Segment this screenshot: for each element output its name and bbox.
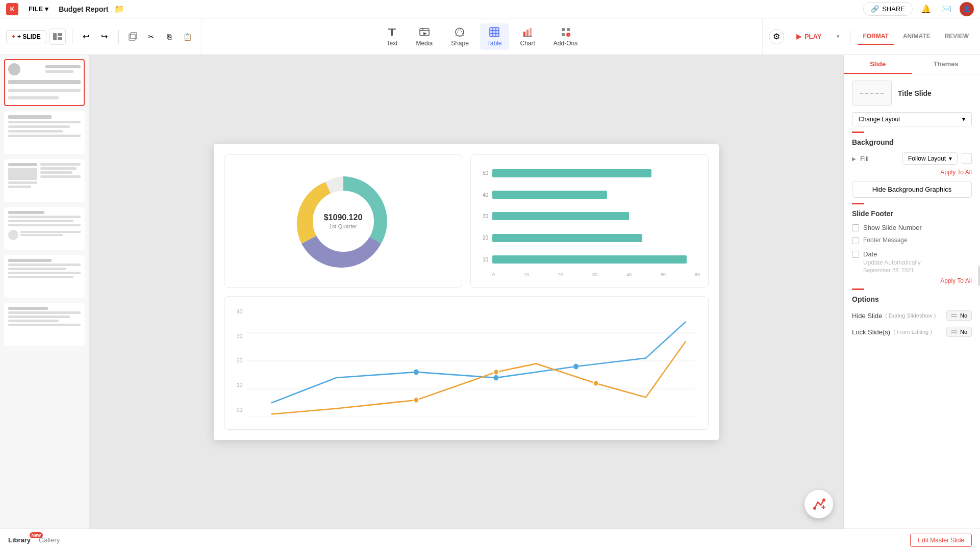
show-slide-number-row: Show Slide Number — [844, 222, 980, 233]
fill-dropdown[interactable]: Follow Layout ▾ — [902, 152, 958, 165]
hide-slide-label: Hide Slide — [852, 312, 882, 320]
svg-rect-23 — [562, 28, 565, 31]
lock-slide-value: No — [960, 329, 967, 335]
ai-icon — [811, 496, 827, 512]
footer-message-checkbox[interactable] — [852, 237, 859, 244]
library-label: Library — [8, 536, 31, 544]
play-chevron[interactable]: ▾ — [834, 33, 843, 40]
hide-slide-toggle[interactable]: No — [946, 310, 972, 321]
y-label-20: 20 — [237, 358, 242, 363]
settings-button[interactable]: ⚙ — [769, 29, 784, 44]
svg-rect-2 — [58, 37, 62, 40]
donut-quarter: 1st Quarter — [324, 223, 363, 229]
svg-rect-0 — [53, 33, 57, 40]
apply-all-link-top[interactable]: Apply To All — [844, 169, 980, 179]
hide-slide-sublabel: ( During Slideshow ) — [885, 312, 936, 319]
gallery-tab[interactable]: Gallery — [39, 536, 60, 544]
text-tool[interactable]: Text — [379, 23, 405, 50]
svg-rect-3 — [129, 34, 135, 40]
themes-tab[interactable]: Themes — [912, 55, 981, 74]
svg-point-39 — [593, 380, 598, 386]
review-tab[interactable]: REVIEW — [940, 29, 974, 45]
slide-thumb-6[interactable]: 6 — [4, 303, 85, 346]
divider3 — [850, 30, 850, 44]
color-swatch[interactable] — [962, 153, 972, 164]
slide-thumb-1[interactable]: 1 — [4, 59, 85, 106]
options-title: Options — [844, 293, 980, 307]
media-label: Media — [416, 40, 433, 47]
svg-rect-20 — [526, 30, 529, 36]
ai-button[interactable] — [805, 490, 833, 518]
bar-label-50: 50 — [479, 170, 488, 176]
svg-rect-19 — [523, 32, 525, 36]
svg-rect-1 — [58, 33, 62, 36]
svg-point-11 — [456, 28, 464, 36]
addons-label: Add-Ons — [554, 40, 577, 47]
lock-slide-sublabel: ( From Editing ) — [893, 329, 932, 335]
bar-row-50: 50 — [479, 169, 700, 177]
share-icon: 🔗 — [871, 5, 879, 13]
play-label: PLAY — [805, 33, 821, 40]
play-icon: ▶ — [796, 33, 801, 40]
date-checkbox[interactable] — [852, 251, 859, 258]
shape-tool[interactable]: Shape — [444, 23, 476, 50]
notification-icon[interactable]: 🔔 — [919, 2, 933, 16]
text-icon — [386, 27, 397, 38]
show-slide-number-checkbox[interactable] — [852, 224, 859, 231]
play-button[interactable]: ▶ PLAY — [788, 29, 830, 44]
format-tab[interactable]: FORMAT — [858, 29, 893, 45]
slide-thumb-4[interactable]: 4 — [4, 207, 85, 250]
svg-point-35 — [494, 375, 499, 380]
file-chevron-icon: ▾ — [45, 5, 48, 13]
scissors-button[interactable]: ✂ — [143, 29, 159, 44]
options-divider — [852, 288, 864, 290]
library-tab[interactable]: Library New — [8, 536, 31, 544]
lock-slide-toggle[interactable]: No — [946, 327, 972, 337]
file-button[interactable]: FILE ▾ — [24, 4, 53, 14]
svg-point-36 — [573, 363, 579, 369]
bar-label-20: 20 — [479, 235, 488, 241]
table-tool[interactable]: Table — [480, 23, 509, 50]
messages-icon[interactable]: ✉️ — [939, 2, 953, 16]
divider2 — [118, 30, 119, 44]
user-avatar[interactable]: 👤 — [960, 2, 974, 16]
toolbar-right: ⚙ ▶ PLAY ▾ FORMAT ANIMATE REVIEW — [762, 18, 980, 55]
table-label: Table — [487, 40, 502, 47]
orange-line — [271, 341, 686, 414]
slide-thumb-3[interactable]: 3 — [4, 159, 85, 202]
animate-tab[interactable]: ANIMATE — [898, 29, 936, 45]
share-label: SHARE — [882, 5, 905, 13]
change-layout-button[interactable]: Change Layout ▾ — [852, 112, 972, 126]
redo-button[interactable]: ↪ — [97, 29, 112, 44]
donut-amount: $1090.120 — [324, 213, 363, 222]
y-label-10: 10 — [237, 382, 242, 388]
clone-button[interactable] — [125, 29, 140, 44]
update-auto-label: Update Automatically — [863, 259, 980, 267]
line-chart-box: 40 30 20 10 00 — [224, 296, 709, 430]
share-button[interactable]: 🔗 SHARE — [863, 2, 913, 16]
apply-all-bottom[interactable]: Apply To All — [844, 276, 980, 288]
footer-message-input[interactable] — [863, 235, 972, 245]
chart-tool[interactable]: Chart — [513, 23, 542, 50]
hide-bg-button[interactable]: Hide Background Graphics — [852, 181, 972, 198]
slide-canvas: $1090.120 1st Quarter 50 40 — [214, 144, 719, 440]
svg-point-38 — [494, 369, 499, 375]
copy-button[interactable]: ⎘ — [162, 29, 177, 44]
svg-marker-10 — [423, 32, 427, 35]
slide-tab[interactable]: Slide — [844, 55, 912, 74]
slide-thumb-2[interactable]: 2 — [4, 111, 85, 154]
add-slide-button[interactable]: + + SLIDE — [6, 30, 46, 43]
app-logo: K — [6, 3, 18, 15]
paste-button[interactable]: 📋 — [180, 29, 195, 44]
top-bar: K FILE ▾ Budget Report 📁 🔗 SHARE 🔔 ✉️ 👤 — [0, 0, 980, 18]
slide-thumb-5[interactable]: 5 — [4, 255, 85, 298]
addons-tool[interactable]: + Add-Ons — [546, 23, 585, 50]
bar-row-30: 30 — [479, 212, 700, 220]
edit-master-slide-button[interactable]: Edit Master Slide — [910, 534, 972, 547]
undo-button[interactable]: ↩ — [79, 29, 94, 44]
media-tool[interactable]: Media — [409, 23, 440, 50]
doc-title: Budget Report — [59, 5, 108, 13]
toolbar-left: + + SLIDE ↩ ↪ ✂ ⎘ 📋 — [0, 18, 202, 55]
svg-point-40 — [813, 507, 816, 510]
slide-layout-button[interactable] — [49, 29, 66, 45]
